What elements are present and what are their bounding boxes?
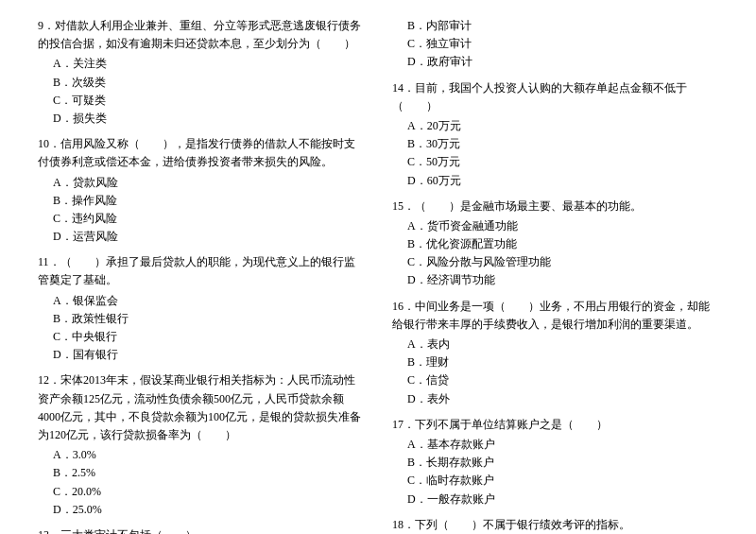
q9-optA: A．关注类 <box>38 55 364 73</box>
question-12: 12．宋体2013年末，假设某商业银行相关指标为：人民币流动性资产余额125亿元… <box>38 371 364 519</box>
q14-optB: B．30万元 <box>392 135 718 153</box>
q18-text: 18．下列（ ）不属于银行绩效考评的指标。 <box>392 516 718 534</box>
question-10: 10．信用风险又称（ ），是指发行债券的借款人不能按时支付债券利意或偿还本金，进… <box>38 135 364 246</box>
q15-optC: C．风险分散与风险管理功能 <box>392 253 718 271</box>
q14-optA: A．20万元 <box>392 117 718 135</box>
q12-text: 12．宋体2013年末，假设某商业银行相关指标为：人民币流动性资产余额125亿元… <box>38 371 364 444</box>
q16-optC: C．信贷 <box>392 371 718 389</box>
q16-text: 16．中间业务是一项（ ）业务，不用占用银行的资金，却能给银行带来丰厚的手续费收… <box>392 298 718 334</box>
q14-optC: C．50万元 <box>392 153 718 171</box>
q15-optB: B．优化资源配置功能 <box>392 235 718 253</box>
q14-text: 14．目前，我国个人投资人认购的大额存单起点金额不低于（ ） <box>392 79 718 115</box>
q9-optD: D．损失类 <box>38 110 364 128</box>
question-13-continued: B．内部审计 C．独立审计 D．政府审计 <box>392 17 718 72</box>
question-17: 17．下列不属于单位结算账户之是（ ） A．基本存款账户 B．长期存款账户 C．… <box>392 416 718 508</box>
q12-optD: D．25.0% <box>38 501 364 519</box>
question-18: 18．下列（ ）不属于银行绩效考评的指标。 A．合规经营类指标 <box>392 516 718 534</box>
q10-optA: A．贷款风险 <box>38 174 364 192</box>
q17-optA: A．基本存款账户 <box>392 436 718 454</box>
right-column: B．内部审计 C．独立审计 D．政府审计 14．目前，我国个人投资人认购的大额存… <box>383 17 718 534</box>
q10-optB: B．操作风险 <box>38 192 364 210</box>
q16-optD: D．表外 <box>392 390 718 408</box>
q10-optD: D．运营风险 <box>38 228 364 246</box>
q11-text: 11．（ ）承担了最后贷款人的职能，为现代意义上的银行监管奠定了基础。 <box>38 253 364 289</box>
q13-optC: C．独立审计 <box>392 35 718 53</box>
question-15: 15．（ ）是金融市场最主要、最基本的功能。 A．货币资金融通功能 B．优化资源… <box>392 198 718 290</box>
q12-optB: B．2.5% <box>38 464 364 482</box>
question-14: 14．目前，我国个人投资人认购的大额存单起点金额不低于（ ） A．20万元 B．… <box>392 79 718 190</box>
question-11: 11．（ ）承担了最后贷款人的职能，为现代意义上的银行监管奠定了基础。 A．银保… <box>38 253 364 364</box>
q15-optD: D．经济调节功能 <box>392 271 718 289</box>
q12-optA: A．3.0% <box>38 446 364 464</box>
q13-optB: B．内部审计 <box>392 17 718 35</box>
q9-text: 9．对借款人利用企业兼并、重组、分立等形式恶意逃废银行债务的投信合据，如没有逾期… <box>38 17 364 53</box>
q13-text: 13．三大类审计不包括（ ） <box>38 526 364 534</box>
q17-optD: D．一般存款账户 <box>392 491 718 508</box>
q16-optA: A．表内 <box>392 336 718 353</box>
q10-optC: C．违约风险 <box>38 210 364 228</box>
q11-optA: A．银保监会 <box>38 292 364 310</box>
q13-optD: D．政府审计 <box>392 53 718 71</box>
q16-optB: B．理财 <box>392 353 718 371</box>
q17-optB: B．长期存款账户 <box>392 454 718 472</box>
q15-text: 15．（ ）是金融市场最主要、最基本的功能。 <box>392 198 718 215</box>
q9-optC: C．可疑类 <box>38 92 364 110</box>
question-9: 9．对借款人利用企业兼并、重组、分立等形式恶意逃废银行债务的投信合据，如没有逾期… <box>38 17 364 128</box>
question-16: 16．中间业务是一项（ ）业务，不用占用银行的资金，却能给银行带来丰厚的手续费收… <box>392 298 718 408</box>
q10-text: 10．信用风险又称（ ），是指发行债券的借款人不能按时支付债券利意或偿还本金，进… <box>38 135 364 171</box>
q9-optB: B．次级类 <box>38 74 364 92</box>
left-column: 9．对借款人利用企业兼并、重组、分立等形式恶意逃废银行债务的投信合据，如没有逾期… <box>38 17 383 534</box>
q17-optC: C．临时存款账户 <box>392 472 718 490</box>
q12-optC: C．20.0% <box>38 483 364 501</box>
question-13: 13．三大类审计不包括（ ） A．外部审计 <box>38 526 364 534</box>
q11-optD: D．国有银行 <box>38 346 364 364</box>
q11-optB: B．政策性银行 <box>38 310 364 328</box>
q14-optD: D．60万元 <box>392 172 718 190</box>
q17-text: 17．下列不属于单位结算账户之是（ ） <box>392 416 718 434</box>
q15-optA: A．货币资金融通功能 <box>392 217 718 235</box>
q11-optC: C．中央银行 <box>38 328 364 346</box>
page-content: 9．对借款人利用企业兼并、重组、分立等形式恶意逃废银行债务的投信合据，如没有逾期… <box>38 17 718 534</box>
